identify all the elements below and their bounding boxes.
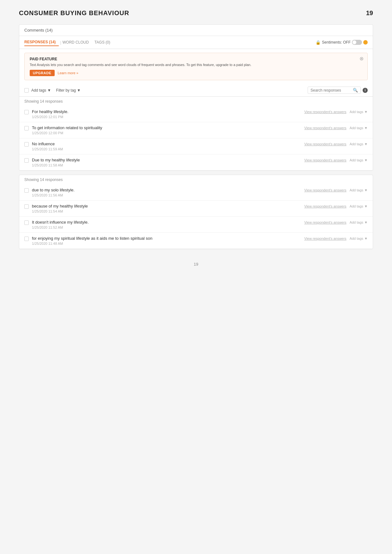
response-content-0: For healthy lifestyle. 1/25/2020 12:01 P… <box>32 109 301 119</box>
response-actions-2-0: View respondent's answers Add tags ▼ <box>304 188 368 192</box>
tabs-left: RESPONSES (14) | WORD CLOUD TAGS (0) <box>24 39 113 46</box>
response-checkbox-0[interactable] <box>24 110 29 114</box>
page-title: CONSUMER BUYING BEHAVIOUR <box>19 9 129 17</box>
response-text-2-0: due to my solo lifestyle. <box>32 188 301 192</box>
search-area: 🔍 i <box>308 87 368 94</box>
view-respondent-link-2[interactable]: View respondent's answers <box>304 142 346 146</box>
add-tags-button-1[interactable]: Add tags ▼ <box>350 126 368 130</box>
toggle-dot <box>363 40 368 45</box>
add-tags-button-2-1[interactable]: Add tags ▼ <box>350 204 368 208</box>
tab-tags[interactable]: TAGS (0) <box>94 39 113 46</box>
response-checkbox-1[interactable] <box>24 126 29 130</box>
close-banner-button[interactable]: ⊗ <box>359 56 364 61</box>
view-respondent-link-2-3[interactable]: View respondent's answers <box>304 237 346 240</box>
response-list-2: due to my solo lifestyle. 1/25/2020 11:5… <box>19 184 373 249</box>
search-input-wrapper: 🔍 <box>308 87 361 94</box>
response-actions-2-1: View respondent's answers Add tags ▼ <box>304 204 368 208</box>
response-date-0: 1/25/2020 12:01 PM <box>32 115 301 119</box>
tab-word-cloud[interactable]: WORD CLOUD <box>63 39 92 46</box>
response-date-2-0: 1/25/2020 11:56 AM <box>32 193 301 197</box>
response-date-1: 1/25/2020 12:00 PM <box>32 131 301 135</box>
response-text-2-2: It doesn't influence my lifestyle. <box>32 220 301 225</box>
response-content-2-3: for enjoying my spiritual lifestyle as i… <box>32 236 301 245</box>
response-content-2-1: because of my healthy lifestyle 1/25/202… <box>32 204 301 213</box>
page-footer: 19 <box>19 262 373 273</box>
response-actions-2: View respondent's answers Add tags ▼ <box>304 142 368 146</box>
page-number-bottom: 19 <box>194 262 198 267</box>
response-content-2-2: It doesn't influence my lifestyle. 1/25/… <box>32 220 301 229</box>
filter-bar: Add tags ▼ Filter by tag ▼ 🔍 i <box>19 84 373 97</box>
response-content-2: No influence 1/25/2020 11:59 AM <box>32 142 301 151</box>
response-item: For healthy lifestyle. 1/25/2020 12:01 P… <box>19 106 373 122</box>
lock-icon: 🔒 <box>316 40 321 45</box>
response-checkbox-2-0[interactable] <box>24 188 29 193</box>
filter-by-tag-label: Filter by tag ▼ <box>56 88 81 93</box>
response-actions-2-2: View respondent's answers Add tags ▼ <box>304 220 368 224</box>
sentiments-switch[interactable] <box>352 40 362 45</box>
showing-count-2: Showing 14 responses <box>19 175 373 184</box>
response-item: Due to my healthy lifestyle 1/25/2020 11… <box>19 154 373 171</box>
response-text-2-3: for enjoying my spiritual lifestyle as i… <box>32 236 301 241</box>
response-content-1: To get information related to spirituali… <box>32 125 301 135</box>
response-item-2: for enjoying my spiritual lifestyle as i… <box>19 233 373 249</box>
view-respondent-link-3[interactable]: View respondent's answers <box>304 158 346 162</box>
view-respondent-link-2-1[interactable]: View respondent's answers <box>304 204 346 208</box>
response-item-2: due to my solo lifestyle. 1/25/2020 11:5… <box>19 184 373 201</box>
showing-count: Showing 14 responses <box>19 97 373 106</box>
response-checkbox-2-3[interactable] <box>24 237 29 241</box>
response-text-3: Due to my healthy lifestyle <box>32 158 301 162</box>
view-respondent-link-2-2[interactable]: View respondent's answers <box>304 220 346 224</box>
response-text-2: No influence <box>32 142 301 146</box>
response-date-2-2: 1/25/2020 11:52 AM <box>32 226 301 229</box>
sentiments-toggle: 🔒 Sentiments: OFF <box>316 40 368 45</box>
add-tags-label: Add tags ▼ <box>31 88 51 93</box>
response-checkbox-2-2[interactable] <box>24 220 29 225</box>
sentiments-label: Sentiments: OFF <box>322 40 351 45</box>
filter-by-tag-dropdown[interactable]: Filter by tag ▼ <box>56 88 81 93</box>
response-checkbox-2-1[interactable] <box>24 204 29 209</box>
response-date-2-1: 1/25/2020 11:54 AM <box>32 209 301 213</box>
upgrade-button[interactable]: UPGRADE <box>30 70 55 76</box>
tabs-bar: RESPONSES (14) | WORD CLOUD TAGS (0) 🔒 S… <box>19 36 373 49</box>
page-wrapper: CONSUMER BUYING BEHAVIOUR 19 Comments (1… <box>0 0 392 554</box>
paid-feature-description: Text Analysis lets you search and tag co… <box>30 63 362 67</box>
response-text-1: To get information related to spirituali… <box>32 125 301 130</box>
response-date-2: 1/25/2020 11:59 AM <box>32 147 301 151</box>
response-item-2: because of my healthy lifestyle 1/25/202… <box>19 201 373 217</box>
response-actions-1: View respondent's answers Add tags ▼ <box>304 126 368 130</box>
comments-card: Comments (14) RESPONSES (14) | WORD CLOU… <box>19 24 373 171</box>
add-tags-button-2-2[interactable]: Add tags ▼ <box>350 220 368 224</box>
tab-responses[interactable]: RESPONSES (14) <box>24 39 59 46</box>
card-comments-header: Comments (14) <box>19 25 373 36</box>
add-tags-button-2[interactable]: Add tags ▼ <box>350 142 368 146</box>
filter-left: Add tags ▼ Filter by tag ▼ <box>24 88 81 93</box>
info-dot: i <box>363 88 368 93</box>
response-actions-3: View respondent's answers Add tags ▼ <box>304 158 368 162</box>
add-tags-button-2-0[interactable]: Add tags ▼ <box>350 188 368 192</box>
view-respondent-link-0[interactable]: View respondent's answers <box>304 110 346 114</box>
response-text-2-1: because of my healthy lifestyle <box>32 204 301 208</box>
response-checkbox-3[interactable] <box>24 158 29 163</box>
select-all-checkbox[interactable] <box>24 88 29 93</box>
second-card: Showing 14 responses due to my solo life… <box>19 175 373 249</box>
search-input[interactable] <box>311 88 352 93</box>
paid-feature-actions: UPGRADE Learn more » <box>30 70 362 76</box>
card-comments-title: Comments (14) <box>24 28 53 33</box>
add-tags-dropdown[interactable]: Add tags ▼ <box>31 88 51 93</box>
response-item: No influence 1/25/2020 11:59 AM View res… <box>19 138 373 154</box>
response-checkbox-2[interactable] <box>24 142 29 147</box>
view-respondent-link-2-0[interactable]: View respondent's answers <box>304 188 346 192</box>
page-header: CONSUMER BUYING BEHAVIOUR 19 <box>19 9 373 17</box>
search-icon-button[interactable]: 🔍 <box>353 88 358 93</box>
add-tags-button-0[interactable]: Add tags ▼ <box>350 110 368 114</box>
learn-more-link[interactable]: Learn more » <box>58 71 78 75</box>
page-number-top: 19 <box>366 9 373 17</box>
add-tags-button-3[interactable]: Add tags ▼ <box>350 158 368 162</box>
response-text-0: For healthy lifestyle. <box>32 109 301 114</box>
response-date-2-3: 1/25/2020 11:48 AM <box>32 242 301 245</box>
response-item: To get information related to spirituali… <box>19 122 373 138</box>
view-respondent-link-1[interactable]: View respondent's answers <box>304 126 346 130</box>
response-item-2: It doesn't influence my lifestyle. 1/25/… <box>19 217 373 233</box>
add-tags-button-2-3[interactable]: Add tags ▼ <box>350 237 368 240</box>
response-list-1: For healthy lifestyle. 1/25/2020 12:01 P… <box>19 106 373 171</box>
